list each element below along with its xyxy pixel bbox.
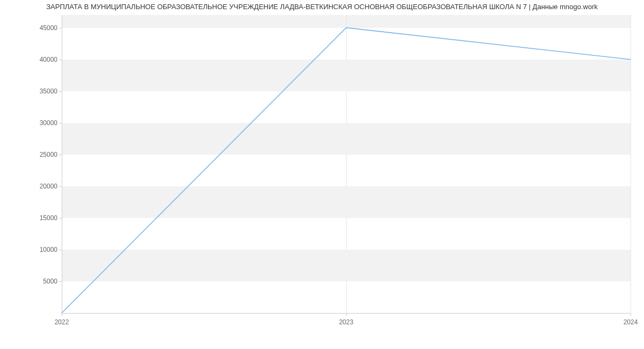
x-tick-mark xyxy=(62,313,62,316)
y-tick-label: 30000 xyxy=(40,119,57,127)
y-tick-label: 5000 xyxy=(43,278,57,285)
y-tick-label: 40000 xyxy=(40,56,57,63)
y-tick-label: 20000 xyxy=(40,183,57,190)
y-tick-mark xyxy=(59,281,62,282)
series-line xyxy=(62,28,631,313)
x-tick-mark xyxy=(631,313,631,316)
y-tick-label: 10000 xyxy=(40,246,57,253)
chart-title: ЗАРПЛАТА В МУНИЦИПАЛЬНОЕ ОБРАЗОВАТЕЛЬНОЕ… xyxy=(0,3,644,11)
y-tick-mark xyxy=(59,91,62,92)
y-tick-label: 45000 xyxy=(40,24,57,32)
salary-line-chart: ЗАРПЛАТА В МУНИЦИПАЛЬНОЕ ОБРАЗОВАТЕЛЬНОЕ… xyxy=(0,0,644,349)
y-tick-mark xyxy=(59,250,62,250)
y-tick-label: 35000 xyxy=(40,88,57,95)
plot-area: 5000100001500020000250003000035000400004… xyxy=(62,15,631,314)
y-tick-mark xyxy=(59,218,62,219)
y-tick-label: 15000 xyxy=(40,214,57,222)
y-tick-mark xyxy=(59,123,62,123)
y-tick-mark xyxy=(59,155,62,155)
chart-series-svg xyxy=(62,15,631,313)
x-tick-mark xyxy=(346,313,347,316)
x-tick-label: 2024 xyxy=(624,318,638,326)
y-tick-label: 25000 xyxy=(40,151,57,158)
y-tick-mark xyxy=(59,28,62,28)
y-tick-mark xyxy=(59,186,62,187)
x-tick-label: 2023 xyxy=(339,318,354,326)
x-tick-label: 2022 xyxy=(55,318,69,326)
y-tick-mark xyxy=(59,60,62,60)
